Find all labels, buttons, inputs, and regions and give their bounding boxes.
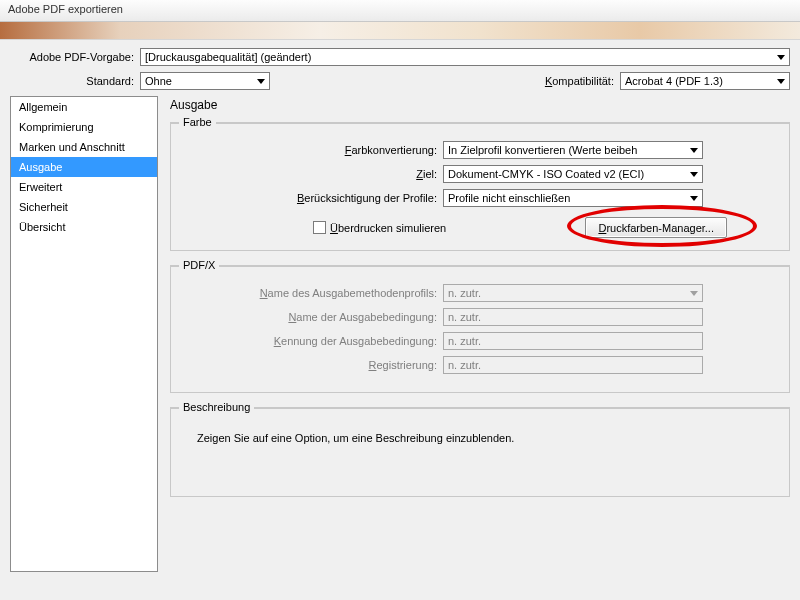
profile-inclusion-label: Berücksichtigung der Profile: <box>183 192 443 204</box>
window-title: Adobe PDF exportieren <box>8 3 123 15</box>
chevron-down-icon <box>257 79 265 84</box>
color-conversion-select[interactable]: In Zielprofil konvertieren (Werte beibeh <box>443 141 703 159</box>
decorative-strip <box>0 22 800 40</box>
pdfx-legend: PDF/X <box>179 259 219 271</box>
chevron-down-icon <box>690 196 698 201</box>
sidebar-item-security[interactable]: Sicherheit <box>11 197 157 217</box>
pdf-preset-label: Adobe PDF-Vorgabe: <box>10 51 140 63</box>
chevron-down-icon <box>777 55 785 60</box>
ink-manager-button[interactable]: Druckfarben-Manager... <box>585 217 727 238</box>
registry-label: Registrierung: <box>183 359 443 371</box>
description-legend: Beschreibung <box>179 401 254 413</box>
output-condition-name-field: n. zutr. <box>443 308 703 326</box>
profile-inclusion-select[interactable]: Profile nicht einschließen <box>443 189 703 207</box>
sidebar-item-compression[interactable]: Komprimierung <box>11 117 157 137</box>
standard-select[interactable]: Ohne <box>140 72 270 90</box>
pdfx-group: PDF/X Name des Ausgabemethodenprofils: n… <box>170 265 790 393</box>
sidebar-item-advanced[interactable]: Erweitert <box>11 177 157 197</box>
destination-label: Ziel: <box>183 168 443 180</box>
chevron-down-icon <box>690 291 698 296</box>
pdf-preset-select[interactable]: [Druckausgabequalität] (geändert) <box>140 48 790 66</box>
chevron-down-icon <box>777 79 785 84</box>
output-condition-id-field: n. zutr. <box>443 332 703 350</box>
output-profile-name-select: n. zutr. <box>443 284 703 302</box>
window-titlebar: Adobe PDF exportieren <box>0 0 800 22</box>
compat-select[interactable]: Acrobat 4 (PDF 1.3) <box>620 72 790 90</box>
chevron-down-icon <box>690 148 698 153</box>
output-condition-id-label: Kennung der Ausgabebedingung: <box>183 335 443 347</box>
category-sidebar: Allgemein Komprimierung Marken und Ansch… <box>10 96 158 572</box>
description-group: Beschreibung Zeigen Sie auf eine Option,… <box>170 407 790 497</box>
simulate-overprint-label: Überdrucken simulieren <box>330 222 446 234</box>
sidebar-item-output[interactable]: Ausgabe <box>11 157 157 177</box>
color-conversion-label: Farbkonvertierung: <box>183 144 443 156</box>
standard-label: Standard: <box>10 75 140 87</box>
simulate-overprint-checkbox[interactable] <box>313 221 326 234</box>
chevron-down-icon <box>690 172 698 177</box>
panel-title: Ausgabe <box>170 98 790 112</box>
compat-label: Kompatibilität: <box>545 75 620 87</box>
destination-select[interactable]: Dokument-CMYK - ISO Coated v2 (ECI) <box>443 165 703 183</box>
sidebar-item-marks-bleed[interactable]: Marken und Anschnitt <box>11 137 157 157</box>
color-legend: Farbe <box>179 116 216 128</box>
color-group: Farbe Farbkonvertierung: In Zielprofil k… <box>170 122 790 251</box>
sidebar-item-general[interactable]: Allgemein <box>11 97 157 117</box>
registry-field: n. zutr. <box>443 356 703 374</box>
sidebar-item-summary[interactable]: Übersicht <box>11 217 157 237</box>
description-text: Zeigen Sie auf eine Option, um eine Besc… <box>183 426 777 450</box>
output-condition-name-label: Name der Ausgabebedingung: <box>183 311 443 323</box>
output-profile-name-label: Name des Ausgabemethodenprofils: <box>183 287 443 299</box>
